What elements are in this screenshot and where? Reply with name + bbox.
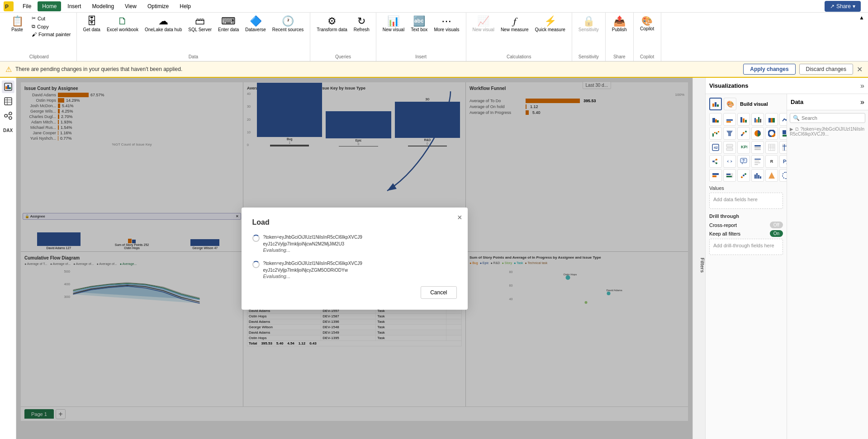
- viz-python[interactable]: Py: [779, 155, 787, 168]
- get-data-button[interactable]: 🗄 Get data: [81, 14, 103, 34]
- svg-point-55: [745, 131, 747, 132]
- ribbon-section-share: 📤 Publish Share: [606, 13, 634, 61]
- build-visual-icon[interactable]: [709, 98, 722, 110]
- dax-icon[interactable]: DAX: [2, 124, 14, 137]
- more-visuals-button[interactable]: ⋯ More visuals: [431, 14, 462, 34]
- paste-button[interactable]: 📋 Paste: [5, 14, 29, 34]
- dataverse-button[interactable]: 🔷 Dataverse: [242, 14, 269, 34]
- sensitivity-button[interactable]: 🔒 Sensitivity: [576, 14, 602, 34]
- enter-data-button[interactable]: ⌨ Enter data: [215, 14, 242, 34]
- format-painter-button[interactable]: 🖌 Format painter: [30, 31, 73, 38]
- viz-bullets[interactable]: [723, 169, 736, 182]
- text-box-button[interactable]: 🔤 Text box: [408, 14, 430, 34]
- data-panel-title: Data: [791, 99, 860, 105]
- recent-sources-button[interactable]: 🕐 Recent sources: [270, 14, 306, 34]
- keep-filters-toggle[interactable]: On: [770, 230, 783, 237]
- cross-report-toggle[interactable]: Off: [770, 222, 783, 228]
- svg-rect-33: [715, 119, 717, 123]
- viz-funnel[interactable]: [723, 127, 736, 140]
- viz-custom2[interactable]: [779, 169, 787, 182]
- canvas-area: Issue Count by Assignee David Adams 67.5…: [16, 78, 693, 439]
- viz-qna[interactable]: ?: [737, 155, 750, 168]
- viz-key-influencers[interactable]: [723, 155, 736, 168]
- viz-paginated-report[interactable]: R: [765, 155, 778, 168]
- svg-point-113: [745, 173, 746, 175]
- menu-optimize[interactable]: Optimize: [143, 1, 173, 11]
- viz-treemap[interactable]: [779, 127, 787, 140]
- modal-overlay: Load × ?token=eyJhbGciOiJIUzI1NiIsInR5cC…: [16, 78, 693, 439]
- svg-rect-108: [726, 174, 730, 175]
- publish-button[interactable]: 📤 Publish: [609, 14, 630, 34]
- filters-sidebar[interactable]: Filters: [693, 78, 705, 439]
- sensitivity-icon: 🔒: [583, 16, 595, 26]
- menu-home[interactable]: Home: [38, 1, 61, 11]
- viz-line[interactable]: [779, 113, 787, 126]
- model-view-icon[interactable]: [2, 109, 14, 122]
- new-measure-button[interactable]: 𝑓 New measure: [498, 14, 531, 34]
- new-visual-button[interactable]: 📊 New visual: [380, 14, 407, 34]
- viz-matrix[interactable]: [779, 141, 787, 154]
- svg-rect-29: [712, 104, 714, 107]
- format-visual-icon[interactable]: 🎨: [724, 98, 736, 110]
- viz-smart-narrative[interactable]: [751, 155, 764, 168]
- report-view-icon[interactable]: [2, 80, 14, 93]
- menu-insert[interactable]: Insert: [63, 1, 85, 11]
- share-button[interactable]: ↗ Share ▾: [825, 1, 861, 12]
- collapse-ribbon[interactable]: ▲: [857, 13, 866, 61]
- data-token-item[interactable]: ▶ 🗋 ?token=eyJhbGciOiJIUzI1NiIsInR5cCI6I…: [790, 127, 865, 137]
- menu-modeling[interactable]: Modeling: [87, 1, 119, 11]
- discard-changes-button[interactable]: Discard changes: [799, 64, 853, 75]
- drill-through-dropzone[interactable]: Add drill-through fields here: [709, 239, 783, 255]
- copilot-button[interactable]: 🎨 Copilot: [637, 14, 657, 33]
- new-calculation-button[interactable]: 📈 New visual: [470, 14, 497, 34]
- cut-button[interactable]: ✂ Cut: [30, 14, 73, 22]
- viz-stacked-bar2[interactable]: [709, 169, 722, 182]
- viz-slicer[interactable]: [751, 141, 764, 154]
- svg-text:?: ?: [742, 158, 745, 163]
- svg-point-111: [741, 176, 743, 178]
- viz-waterfall[interactable]: [709, 127, 722, 140]
- visualizations-expand-icon[interactable]: »: [860, 82, 864, 90]
- menu-view[interactable]: View: [120, 1, 141, 11]
- viz-decomp-tree[interactable]: [709, 155, 722, 168]
- viz-histogram[interactable]: [751, 169, 764, 182]
- viz-clustered-bar[interactable]: [723, 113, 736, 126]
- svg-rect-40: [754, 118, 756, 123]
- viz-card[interactable]: 42: [709, 141, 722, 154]
- viz-dotplot[interactable]: [737, 169, 750, 182]
- refresh-button[interactable]: ↻ Refresh: [351, 14, 372, 34]
- data-panel-expand-icon[interactable]: »: [860, 98, 864, 106]
- viz-pie[interactable]: [751, 127, 764, 140]
- notification-close-button[interactable]: ✕: [857, 65, 863, 74]
- values-dropzone[interactable]: Add data fields here: [709, 193, 783, 209]
- excel-button[interactable]: 🗋 Excel workbook: [104, 14, 141, 34]
- copy-button[interactable]: ⧉ Copy: [30, 23, 73, 30]
- quick-measure-button[interactable]: ⚡ Quick measure: [532, 14, 568, 34]
- svg-rect-62: [783, 135, 787, 137]
- cut-icon: ✂: [32, 15, 36, 21]
- transform-data-button[interactable]: ⚙ Transform data: [314, 14, 350, 34]
- svg-line-13: [7, 114, 9, 115]
- sql-button[interactable]: 🗃 SQL Server: [185, 14, 214, 34]
- search-input[interactable]: [802, 115, 864, 121]
- menu-file[interactable]: File: [18, 1, 36, 11]
- modal-close-button[interactable]: ×: [457, 213, 462, 222]
- viz-table[interactable]: [765, 141, 778, 154]
- apply-changes-button[interactable]: Apply changes: [743, 64, 795, 75]
- menu-help[interactable]: Help: [175, 1, 195, 11]
- copy-icon: ⧉: [32, 24, 35, 29]
- viz-clustered-col[interactable]: [751, 113, 764, 126]
- viz-100pct-bar[interactable]: [765, 113, 778, 126]
- viz-stacked-col[interactable]: [737, 113, 750, 126]
- table-view-icon[interactable]: [2, 95, 14, 108]
- viz-stacked-bar[interactable]: [709, 113, 722, 126]
- viz-custom1[interactable]: [765, 169, 778, 182]
- viz-donut[interactable]: [765, 127, 778, 140]
- onelake-button[interactable]: ☁ OneLake data hub: [142, 14, 185, 34]
- svg-marker-52: [726, 131, 733, 136]
- viz-scatter[interactable]: [737, 127, 750, 140]
- modal-cancel-button[interactable]: Cancel: [421, 286, 456, 299]
- viz-kpi[interactable]: KPI: [737, 141, 750, 154]
- svg-rect-35: [726, 119, 733, 121]
- viz-multirow-card[interactable]: [723, 141, 736, 154]
